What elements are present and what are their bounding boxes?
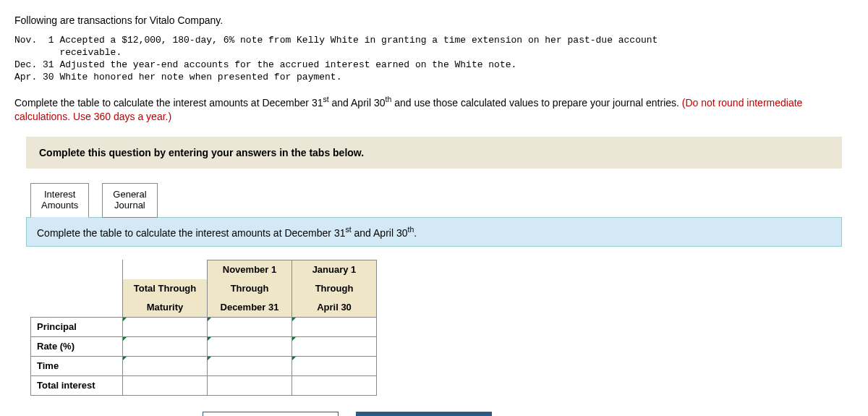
row-principal-label: Principal [31, 317, 123, 336]
col1-line1: Total Through [123, 279, 208, 298]
interest-calc-table: November 1 January 1 Total Through Throu… [30, 260, 377, 396]
table-row: Principal [31, 317, 377, 336]
table-row: Rate (%) [31, 336, 377, 356]
row-total-label: Total interest [31, 375, 123, 395]
nav-button-row: ‹ Interest Amounts General Journal › [203, 412, 854, 416]
cell-time-maturity[interactable] [123, 356, 208, 375]
cell-rate-apr30[interactable] [292, 336, 377, 356]
col2-line1: November 1 [208, 260, 292, 279]
table-row: Total interest [31, 375, 377, 395]
col3-line2: Through [292, 279, 377, 298]
instructions-text: Complete the table to calculate the inte… [14, 94, 854, 124]
col3-line3: April 30 [292, 298, 377, 318]
col3-line1: January 1 [292, 260, 377, 279]
col2-line2: Through [208, 279, 292, 298]
row-rate-label: Rate (%) [31, 336, 123, 356]
cell-principal-dec31[interactable] [208, 317, 292, 336]
tab-interest-amounts[interactable]: Interest Amounts [30, 183, 89, 218]
intro-text: Following are transactions for Vitalo Co… [14, 14, 854, 26]
row-time-label: Time [31, 356, 123, 375]
cell-total-apr30[interactable] [292, 375, 377, 395]
table-row: Time [31, 356, 377, 375]
tab-general-journal[interactable]: General Journal [102, 183, 157, 218]
cell-time-apr30[interactable] [292, 356, 377, 375]
cell-principal-maturity[interactable] [123, 317, 208, 336]
prev-tab-button: ‹ Interest Amounts [203, 412, 339, 416]
transactions-block: Nov. 1 Accepted a $12,000, 180-day, 6% n… [14, 35, 854, 84]
col1-line2: Maturity [123, 298, 208, 318]
cell-rate-maturity[interactable] [123, 336, 208, 356]
tab-instruction: Complete the table to calculate the inte… [26, 217, 842, 247]
col2-line3: December 31 [208, 298, 292, 318]
cell-time-dec31[interactable] [208, 356, 292, 375]
tabs-row: Interest Amounts General Journal [30, 183, 854, 218]
cell-total-dec31[interactable] [208, 375, 292, 395]
next-tab-button[interactable]: General Journal › [356, 412, 492, 416]
cell-principal-apr30[interactable] [292, 317, 377, 336]
cell-rate-dec31[interactable] [208, 336, 292, 356]
question-band: Complete this question by entering your … [26, 137, 842, 169]
cell-total-maturity[interactable] [123, 375, 208, 395]
